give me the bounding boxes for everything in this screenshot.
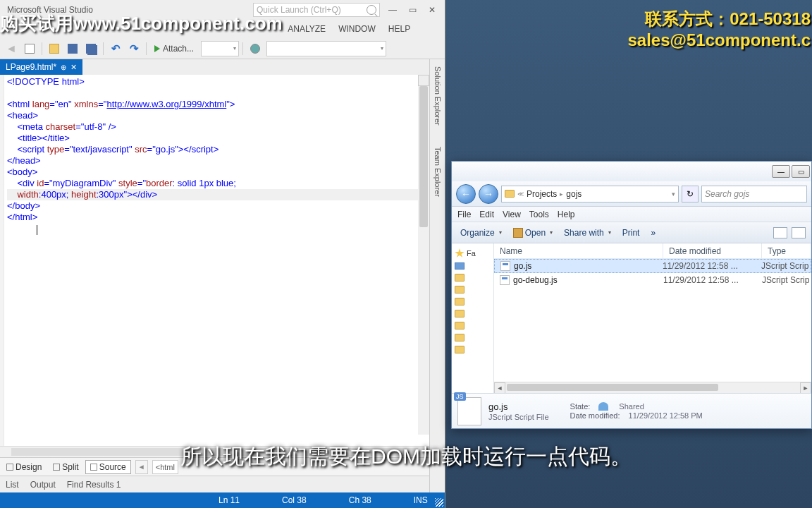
split-handle[interactable] xyxy=(418,75,429,86)
scroll-left-icon[interactable]: ◄ xyxy=(494,382,505,393)
address-seg-projects[interactable]: Projects xyxy=(527,189,557,199)
open-button[interactable] xyxy=(46,40,63,57)
attach-button[interactable]: Attach... xyxy=(150,40,198,57)
outline-gutter[interactable] xyxy=(0,75,4,446)
file-row[interactable]: go.js 11/29/2012 12:58 ... JScript Scrip xyxy=(494,259,811,273)
search-icon[interactable] xyxy=(367,5,376,15)
nav-tree[interactable]: Fa xyxy=(452,243,494,393)
explorer-maximize-button[interactable]: ▭ xyxy=(792,165,810,178)
editor-hscroll[interactable] xyxy=(0,446,429,457)
vs-toolbar: ◄ ↶ ↷ Attach... ▾ ▾ xyxy=(0,38,445,59)
menu-view[interactable]: View xyxy=(503,210,521,219)
error-list-tab[interactable]: List xyxy=(0,478,25,491)
resize-grip[interactable] xyxy=(435,498,443,507)
back-button[interactable]: ◄ xyxy=(3,40,20,57)
menu-help-exp[interactable]: Help xyxy=(558,210,575,219)
browser-button[interactable] xyxy=(247,40,264,57)
state-value: Shared xyxy=(619,402,644,411)
watermark-top-left: 购买试用www.51component.com xyxy=(0,11,283,36)
forward-nav-button[interactable]: → xyxy=(479,184,498,204)
pin-icon[interactable]: ⊕ xyxy=(61,64,66,71)
file-type: JScript Scrip xyxy=(762,275,811,285)
jscript-icon xyxy=(500,275,510,285)
tree-item[interactable] xyxy=(453,344,492,356)
solution-explorer-tab[interactable]: Solution Explorer xyxy=(433,66,442,126)
find-results-tab[interactable]: Find Results 1 xyxy=(61,478,127,491)
tree-item[interactable] xyxy=(453,272,492,284)
undo-button[interactable]: ↶ xyxy=(107,40,124,57)
open-button-exp[interactable]: Open xyxy=(510,226,555,239)
document-tab[interactable]: LPage9.html* ⊕ ✕ xyxy=(0,59,82,75)
maximize-button[interactable]: ▭ xyxy=(402,3,422,17)
address-bar[interactable]: ≪ Projects ▸ gojs ▾ xyxy=(501,186,679,202)
split-mode-button[interactable]: Split xyxy=(48,460,83,474)
redo-icon: ↷ xyxy=(130,42,139,55)
team-explorer-tab[interactable]: Team Explorer xyxy=(433,147,442,197)
menu-file[interactable]: File xyxy=(457,210,471,219)
save-all-button[interactable] xyxy=(82,40,99,57)
source-mode-button[interactable]: Source xyxy=(85,460,131,474)
menu-window[interactable]: WINDOW xyxy=(333,23,381,35)
save-button[interactable] xyxy=(64,40,81,57)
code-editor[interactable]: <!DOCTYPE html> <html lang="en" xmlns="h… xyxy=(0,75,429,446)
globe-icon xyxy=(250,44,260,54)
menu-edit[interactable]: Edit xyxy=(479,210,494,219)
refresh-button[interactable]: ↻ xyxy=(682,186,699,202)
address-seg-gojs[interactable]: gojs xyxy=(566,189,582,199)
undo-icon: ↶ xyxy=(111,42,121,55)
scroll-right-icon[interactable]: ► xyxy=(800,382,811,393)
chevron-left-icon[interactable]: ≪ xyxy=(517,190,524,198)
vertical-scrollbar[interactable] xyxy=(418,86,429,435)
file-large-icon xyxy=(457,397,481,425)
output-tab[interactable]: Output xyxy=(25,478,61,491)
config-combo[interactable]: ▾ xyxy=(201,41,239,56)
file-list: Name Date modified Type go.js 11/29/2012… xyxy=(494,243,811,393)
new-file-icon xyxy=(25,44,35,54)
back-nav-button[interactable]: ← xyxy=(456,184,476,204)
preview-pane-button[interactable] xyxy=(792,227,806,238)
menu-help[interactable]: HELP xyxy=(383,23,416,35)
close-button[interactable]: ✕ xyxy=(422,3,442,17)
print-button[interactable]: Print xyxy=(620,226,643,239)
breadcrumb-prev[interactable]: ◄ xyxy=(135,460,148,474)
design-mode-button[interactable]: Design xyxy=(1,460,47,474)
tree-favorites[interactable]: Fa xyxy=(453,246,492,260)
col-date[interactable]: Date modified xyxy=(663,243,762,258)
file-row[interactable]: go-debug.js 11/29/2012 12:58 ... JScript… xyxy=(494,273,811,287)
details-filename: go.js xyxy=(488,401,549,412)
redo-button[interactable]: ↷ xyxy=(125,40,142,57)
menu-analyze[interactable]: ANALYZE xyxy=(282,23,331,35)
open-icon xyxy=(513,228,523,238)
tree-item[interactable] xyxy=(453,320,492,332)
vs-statusbar: Ln 11 Col 38 Ch 38 INS xyxy=(0,492,445,508)
explorer-titlebar[interactable]: — ▭ xyxy=(452,162,811,181)
tree-item[interactable] xyxy=(453,260,492,272)
folder-icon xyxy=(455,310,465,318)
jscript-icon xyxy=(500,261,510,271)
tree-item[interactable] xyxy=(453,284,492,296)
tree-item[interactable] xyxy=(453,332,492,344)
close-tab-icon[interactable]: ✕ xyxy=(70,63,77,72)
minimize-button[interactable]: — xyxy=(383,3,402,17)
explorer-toolbar: Organize Open Share with Print » xyxy=(452,222,811,243)
col-name[interactable]: Name xyxy=(494,243,663,258)
tree-item[interactable] xyxy=(453,296,492,308)
tree-item[interactable] xyxy=(453,308,492,320)
explorer-window: — ▭ ← → ≪ Projects ▸ gojs ▾ ↻ Search goj… xyxy=(451,161,812,429)
share-button[interactable]: Share with xyxy=(561,226,614,239)
chevron-icon[interactable]: ▸ xyxy=(560,190,563,198)
date-modified-label: Date modified: xyxy=(570,411,620,420)
breadcrumb-combo[interactable]: <html xyxy=(152,460,178,474)
view-options-button[interactable] xyxy=(773,227,787,238)
address-dropdown-icon[interactable]: ▾ xyxy=(672,190,675,198)
col-type[interactable]: Type xyxy=(762,243,811,258)
save-icon xyxy=(68,44,78,54)
more-button[interactable]: » xyxy=(648,226,658,239)
explorer-search-input[interactable]: Search gojs xyxy=(701,186,807,202)
organize-button[interactable]: Organize xyxy=(457,226,505,239)
explorer-minimize-button[interactable]: — xyxy=(772,165,790,178)
new-item-button[interactable] xyxy=(21,40,38,57)
target-combo[interactable]: ▾ xyxy=(266,41,386,56)
list-hscroll[interactable]: ◄ ► xyxy=(494,382,811,393)
menu-tools[interactable]: Tools xyxy=(529,210,549,219)
